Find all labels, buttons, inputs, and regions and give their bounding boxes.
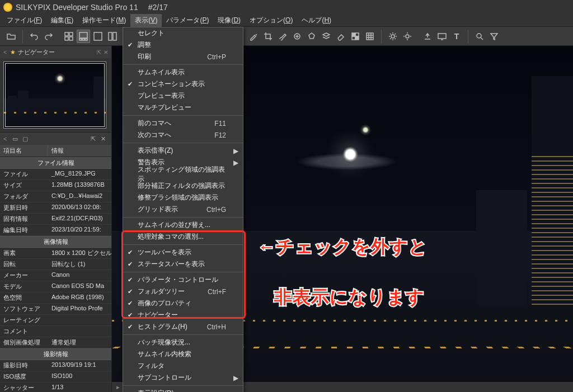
prop-row: 回転回転なし (1) (0, 259, 111, 270)
menu-item[interactable]: フィルタ (123, 360, 243, 372)
menu-item[interactable]: ✔調整 (123, 39, 243, 51)
export-icon[interactable] (421, 30, 434, 43)
menu-o[interactable]: オプション(O) (245, 14, 297, 27)
view-multi-icon[interactable] (106, 30, 119, 43)
menu-p[interactable]: パラメータ(P) (162, 14, 213, 27)
menu-item[interactable]: 次のコマへF12 (123, 129, 243, 141)
crop-icon[interactable] (261, 30, 275, 43)
menu-item[interactable]: サブコントロール▶ (123, 372, 243, 384)
svg-rect-19 (438, 34, 446, 39)
navigator-thumbnail[interactable] (3, 62, 106, 129)
menu-h[interactable]: ヘルプ(H) (297, 14, 336, 27)
filter-icon[interactable] (487, 30, 501, 43)
svg-point-17 (391, 35, 394, 38)
prop-row: 色空間Adobe RGB (1998) (0, 292, 111, 304)
svg-rect-13 (355, 36, 359, 40)
prop-row: モデルCanon EOS 5D Ma (0, 281, 111, 292)
menu-item[interactable]: 修整ブラシ領域の強調表示 (123, 192, 243, 204)
menu-item[interactable]: ✔コンビネーション表示 (123, 78, 243, 90)
menu-item[interactable]: 処理対象コマの選別... (123, 231, 243, 243)
screen-icon[interactable] (435, 30, 449, 43)
menu-item[interactable]: セレクト (123, 27, 243, 39)
eyedropper-icon[interactable] (247, 30, 260, 43)
prop-pin-icon[interactable]: ⇱ (88, 134, 98, 144)
folder-open-icon[interactable] (4, 30, 18, 43)
prop-row: シャッター1/13 (0, 382, 111, 392)
menu-e[interactable]: 編集(E) (46, 14, 78, 27)
star-icon: ★ (10, 49, 16, 56)
menu-item[interactable]: バッチ現像状況... (123, 337, 243, 348)
prop-close-icon[interactable]: ✕ (98, 134, 108, 144)
svg-rect-10 (113, 32, 116, 40)
chevron-left-icon[interactable]: < (3, 49, 7, 55)
svg-rect-2 (65, 37, 68, 40)
prop-row: 画素1800 x 1200 ピクセル (0, 248, 111, 259)
menu-item[interactable]: 表示設定(D)... (123, 388, 243, 392)
nav-close-icon[interactable]: ✕ (104, 49, 108, 55)
menu-item[interactable]: スポッティング領域の強調表示 (123, 168, 243, 180)
comment-icon[interactable]: ▢ (20, 134, 30, 144)
menu-item[interactable]: ✔ツールバーを表示 (123, 247, 243, 258)
status-arrow-icon[interactable]: ▸ (116, 384, 120, 391)
heal-icon[interactable] (290, 30, 304, 43)
menubar: ファイル(F)編集(E)操作モード(M)表示(V)パラメータ(P)現像(D)オプ… (0, 15, 573, 27)
menu-m[interactable]: 操作モード(M) (78, 14, 130, 27)
navigator-title: ナビゲーター (18, 48, 55, 56)
rotate-right-icon[interactable] (42, 30, 55, 43)
svg-rect-6 (82, 39, 84, 40)
menu-item[interactable]: ✔画像のプロパティ (123, 297, 243, 309)
menu-item[interactable]: ✔ヒストグラム(H)Ctrl+H (123, 321, 243, 333)
frame-counter: #2/17 (148, 3, 168, 12)
menu-d[interactable]: 現像(D) (213, 14, 245, 27)
polygon-icon[interactable] (305, 30, 318, 43)
menu-item[interactable]: ✔ステータスバーを表示 (123, 258, 243, 270)
search-icon[interactable] (473, 30, 486, 43)
prop-row: 編集日時2023/10/20 21:59: (0, 225, 111, 236)
navigator-header: < ★ ナビゲーター ⇱ ✕ (0, 46, 111, 58)
menu-item[interactable]: 前のコマへF11 (123, 117, 243, 129)
rotate-left-icon[interactable] (27, 30, 41, 43)
prop-section: 撮影情報 (0, 348, 111, 360)
prop-row: ISO感度ISO100 (0, 371, 111, 382)
menu-item[interactable]: サムネイル表示 (123, 67, 243, 78)
menu-item[interactable]: 印刷Ctrl+P (123, 51, 243, 63)
gear-left-icon[interactable] (386, 30, 400, 43)
menu-v[interactable]: 表示(V) (130, 14, 162, 27)
checker-icon[interactable] (349, 30, 362, 43)
nav-pin-icon[interactable]: ⇱ (97, 49, 101, 55)
prop-row: フォルダC:¥D_D...¥Hawai2 (0, 191, 111, 202)
menu-item[interactable]: ✔パラメータ・コントロール (123, 274, 243, 286)
clipboard-icon[interactable]: ▭ (10, 134, 20, 144)
prop-row: 個別画像処理通常処理 (0, 337, 111, 348)
menu-item[interactable]: サムネイルの並び替え... (123, 219, 243, 231)
brush-icon[interactable] (276, 30, 289, 43)
menu-item[interactable]: プレビュー表示 (123, 90, 243, 102)
svg-rect-4 (79, 32, 87, 38)
menu-item[interactable]: 部分補正フィルタの強調表示 (123, 180, 243, 192)
eraser-icon[interactable] (334, 30, 347, 43)
menu-item[interactable]: グリッド表示Ctrl+G (123, 204, 243, 215)
view-thumbs-icon[interactable] (62, 30, 76, 43)
svg-rect-5 (79, 39, 82, 40)
view-menu-dropdown[interactable]: セレクト✔調整印刷Ctrl+Pサムネイル表示✔コンビネーション表示プレビュー表示… (123, 27, 243, 392)
chevron-left-icon[interactable]: < (3, 135, 7, 142)
prop-section: ファイル情報 (0, 157, 111, 169)
layers-icon[interactable] (320, 30, 333, 43)
svg-rect-0 (65, 32, 68, 36)
menu-item[interactable]: ✔ナビゲーター (123, 309, 243, 321)
menu-item[interactable]: マルチプレビュー (123, 102, 243, 114)
menu-f[interactable]: ファイル(F) (2, 14, 46, 27)
menu-item[interactable]: ✔フォルダツリーCtrl+F (123, 286, 243, 297)
svg-rect-16 (367, 33, 373, 40)
t-icon[interactable]: T (450, 30, 463, 43)
menu-item[interactable]: 表示倍率(Z)▶ (123, 145, 243, 157)
svg-rect-1 (69, 32, 73, 36)
property-panel[interactable]: 項目名 情報 ファイル情報ファイル_MG_8129.JPGサイズ1.28MB (… (0, 145, 111, 392)
app-logo-icon (3, 3, 12, 12)
view-preview-icon[interactable] (91, 30, 105, 43)
menu-item[interactable]: サムネイル内検索 (123, 348, 243, 360)
view-combination-icon[interactable] (77, 30, 90, 43)
svg-rect-12 (352, 33, 355, 36)
grid-icon[interactable] (363, 30, 377, 43)
gear-right-icon[interactable] (401, 30, 414, 43)
